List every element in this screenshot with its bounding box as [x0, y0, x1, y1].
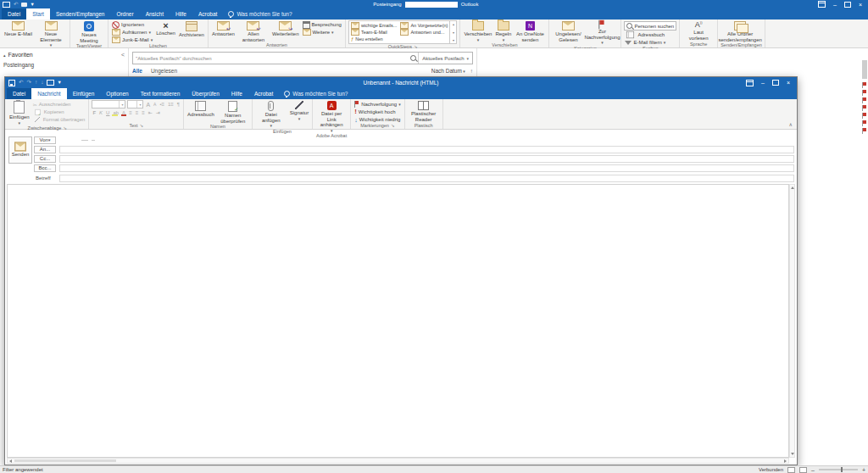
- sort-ascending-icon[interactable]: [470, 68, 473, 74]
- ribbon-display-options-icon[interactable]: [746, 80, 754, 86]
- customize-qat-icon[interactable]: [58, 80, 60, 86]
- collapse-pane-icon[interactable]: [121, 52, 125, 58]
- shrink-font-icon[interactable]: [153, 103, 157, 107]
- unread-read-button[interactable]: Ungelesen/ Gelesen: [552, 20, 584, 42]
- folder-item-posteingang[interactable]: Posteingang: [0, 58, 128, 68]
- immersive-reader-button[interactable]: Plastischer Reader: [408, 100, 440, 122]
- decrease-indent-icon[interactable]: ⇤: [147, 110, 153, 115]
- align-right-icon[interactable]: [141, 110, 146, 115]
- quicksteps-gallery-scroll[interactable]: ▴▾▾: [449, 21, 456, 43]
- mailbox-search-input[interactable]: [133, 53, 407, 64]
- reading-view-icon[interactable]: [799, 467, 807, 473]
- quickstep-reply-delete[interactable]: Antworten und...: [400, 29, 448, 35]
- text-dialog-launcher-icon[interactable]: [139, 124, 143, 129]
- send-receive-icon[interactable]: [3, 2, 10, 8]
- attach-via-link-button[interactable]: Datei per Link anhängen: [315, 100, 348, 133]
- collapse-ribbon-icon[interactable]: [789, 121, 793, 127]
- styles-icon[interactable]: ¶: [176, 102, 181, 107]
- subject-input[interactable]: [59, 175, 794, 182]
- undo-icon[interactable]: [14, 2, 18, 8]
- tab-optionen[interactable]: Optionen: [100, 88, 134, 99]
- address-book-button[interactable]: Adressbuch: [186, 100, 215, 118]
- to-button[interactable]: An...: [34, 146, 56, 153]
- zoom-slider-thumb[interactable]: [841, 467, 843, 472]
- tell-me-assistant[interactable]: Was möchten Sie tun?: [284, 88, 348, 99]
- body-horizontal-scrollbar[interactable]: [7, 458, 789, 464]
- bold-button[interactable]: F: [92, 110, 97, 115]
- align-left-icon[interactable]: [128, 110, 133, 115]
- minimize-icon[interactable]: [761, 80, 765, 86]
- next-item-icon[interactable]: [41, 80, 43, 86]
- reply-all-button[interactable]: ↩ Allen antworten: [237, 20, 270, 42]
- redo-icon[interactable]: [26, 80, 31, 86]
- follow-up-button[interactable]: Zur Nachverfolgung: [586, 20, 618, 46]
- new-meeting-button[interactable]: Neues Meeting: [73, 20, 105, 43]
- tab-text-formatieren[interactable]: Text formatieren: [135, 88, 186, 99]
- numbered-list-icon[interactable]: 1≡: [167, 102, 175, 107]
- new-items-button[interactable]: Neue Elemente: [35, 20, 67, 48]
- tab-acrobat[interactable]: Acrobat: [248, 88, 279, 99]
- cc-input[interactable]: [59, 155, 794, 163]
- importance-low-button[interactable]: Wichtigkeit niedrig: [353, 116, 402, 123]
- cut-button[interactable]: ✂ Ausschneiden: [32, 101, 86, 108]
- tab-acrobat[interactable]: Acrobat: [192, 8, 223, 19]
- archive-button[interactable]: Archivieren: [178, 20, 205, 38]
- meeting-button[interactable]: Besprechung: [302, 21, 342, 28]
- save-icon[interactable]: [8, 80, 15, 86]
- send-receive-all-button[interactable]: Alle Ordner senden/empfangen: [721, 20, 760, 42]
- previous-item-icon[interactable]: [35, 80, 37, 86]
- search-people-box[interactable]: Personen suchen: [624, 21, 676, 31]
- filter-all-tab[interactable]: Alle: [132, 68, 142, 74]
- tell-me-assistant[interactable]: Was möchten Sie tun?: [228, 8, 292, 19]
- paste-button[interactable]: Einfügen: [8, 100, 31, 125]
- bcc-button[interactable]: Bcc...: [34, 164, 56, 172]
- address-book-button[interactable]: Adressbuch: [624, 31, 676, 38]
- more-respond-button[interactable]: Weitere: [302, 29, 342, 36]
- junk-button[interactable]: Junk-E-Mail: [111, 36, 153, 43]
- font-color-icon[interactable]: [121, 110, 126, 115]
- clipboard-dialog-launcher-icon[interactable]: [63, 126, 67, 131]
- zoom-in-icon[interactable]: +: [862, 467, 865, 473]
- zoom-out-icon[interactable]: –: [811, 467, 815, 473]
- sort-by-dropdown[interactable]: Nach Datum: [431, 68, 465, 74]
- check-names-button[interactable]: Namen überprüfen: [217, 100, 249, 124]
- ribbon-display-options-icon[interactable]: [818, 1, 826, 8]
- bcc-input[interactable]: [59, 164, 794, 172]
- cc-button[interactable]: Cc...: [34, 155, 56, 163]
- delete-button[interactable]: × Löschen: [155, 20, 176, 36]
- from-button[interactable]: Von: [34, 136, 56, 144]
- scrollbar-thumb[interactable]: [862, 60, 867, 79]
- read-aloud-button[interactable]: Laut vorlesen: [682, 20, 715, 41]
- titlebar-search-input[interactable]: [405, 2, 458, 8]
- minimize-icon[interactable]: [833, 2, 837, 8]
- search-scope-dropdown[interactable]: Aktuelles Postfach: [418, 53, 472, 64]
- tab-datei[interactable]: Datei: [2, 8, 26, 19]
- search-icon[interactable]: [407, 53, 418, 64]
- to-input[interactable]: [59, 146, 794, 153]
- format-painter-button[interactable]: Format übertragen: [32, 116, 86, 123]
- message-body[interactable]: [7, 184, 789, 458]
- zoom-slider[interactable]: [819, 469, 858, 470]
- rules-button[interactable]: Regeln: [494, 20, 512, 42]
- maximize-icon[interactable]: [772, 80, 779, 86]
- body-vertical-scrollbar[interactable]: [789, 184, 795, 458]
- highlight-color-icon[interactable]: ab: [112, 110, 120, 115]
- send-button[interactable]: Senden: [8, 136, 32, 164]
- grow-font-icon[interactable]: [145, 102, 151, 108]
- filter-email-button[interactable]: E-Mail filtern: [624, 39, 676, 46]
- cleanup-button[interactable]: Aufräumen: [111, 29, 153, 36]
- underline-button[interactable]: U: [105, 110, 110, 115]
- follow-up-button[interactable]: Nachverfolgung: [353, 101, 402, 108]
- tab-hilfe[interactable]: Hilfe: [170, 8, 192, 19]
- bullet-list-icon[interactable]: •≡: [159, 102, 165, 107]
- increase-indent-icon[interactable]: ⇥: [155, 110, 161, 115]
- close-icon[interactable]: [859, 2, 862, 8]
- italic-button[interactable]: K: [98, 110, 103, 115]
- move-button[interactable]: Verschieben: [463, 20, 492, 42]
- filter-unread-tab[interactable]: Ungelesen: [151, 68, 177, 74]
- quickstep-to-manager[interactable]: An Vorgesetzte(n): [400, 22, 448, 28]
- font-family-combo[interactable]: [92, 100, 125, 109]
- favorites-collapse-icon[interactable]: [3, 53, 6, 58]
- onenote-button[interactable]: An OneNote senden: [514, 20, 546, 42]
- tab-datei[interactable]: Datei: [7, 88, 31, 99]
